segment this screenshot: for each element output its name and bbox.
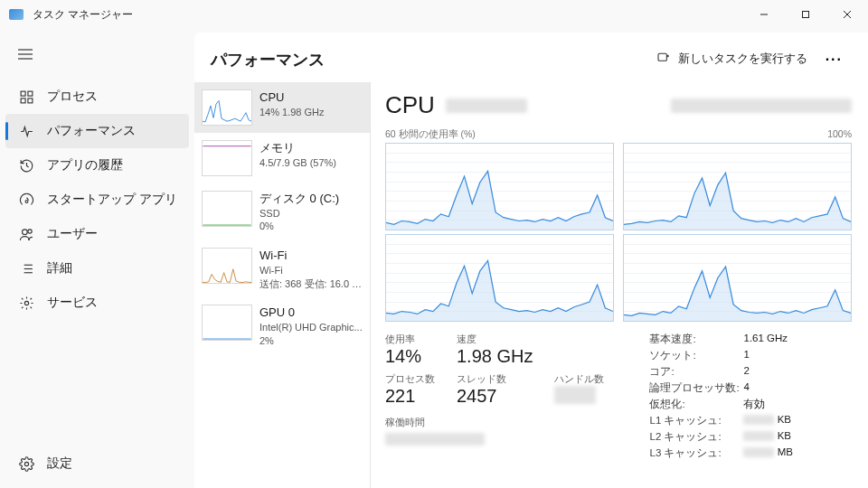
list-icon [18, 260, 34, 277]
stat-label: ハンドル数 [554, 372, 604, 386]
svg-rect-22 [658, 53, 666, 61]
app-icon [9, 9, 24, 20]
sidebar-item-users[interactable]: ユーザー [5, 217, 189, 251]
resource-name: GPU 0 [259, 305, 363, 321]
stat-スレッド数: スレッド数2457 [457, 372, 533, 407]
svg-point-12 [22, 229, 27, 234]
stat-value: 221 [385, 386, 435, 407]
cpu-model-redacted [446, 99, 527, 113]
sidebar-item-label: スタートアップ アプリ [47, 192, 177, 208]
spec-redacted [743, 447, 774, 457]
stat-使用率: 使用率14% [385, 333, 435, 367]
page-header: パフォーマンス 新しいタスクを実行する ··· [194, 33, 868, 82]
sidebar-item-label: 設定 [47, 455, 72, 472]
minimize-button[interactable] [743, 0, 785, 29]
run-task-icon [656, 51, 671, 68]
spec-key: ソケット: [649, 349, 740, 362]
resource-item--0-c-[interactable]: ディスク 0 (C:)SSD0% [194, 183, 370, 240]
spec-value: 1 [743, 349, 792, 362]
sidebar-item-label: 詳細 [47, 260, 72, 277]
svg-point-20 [24, 301, 28, 305]
spec-value: KB [743, 414, 792, 427]
core-chart-1 [623, 143, 852, 230]
resource-thumb [202, 89, 252, 126]
resource-item-gpu-0[interactable]: GPU 0Intel(R) UHD Graphic...2% [194, 297, 370, 354]
resource-item--[interactable]: メモリ4.5/7.9 GB (57%) [194, 133, 370, 183]
detail-pane: CPU 60 秒間の使用率 (%) 100% 使用率14%速度1.98 GHzプ… [371, 82, 868, 488]
sidebar-item-gear[interactable]: サービス [5, 286, 189, 320]
sidebar-item-pulse[interactable]: パフォーマンス [5, 114, 189, 148]
resource-item-cpu[interactable]: CPU14% 1.98 GHz [194, 82, 370, 133]
core-chart-2 [385, 234, 614, 322]
resource-list: CPU14% 1.98 GHzメモリ4.5/7.9 GB (57%)ディスク 0… [194, 82, 371, 488]
resource-sub: 2% [259, 334, 363, 348]
stat-ハンドル数: ハンドル数 [554, 372, 604, 407]
history-icon [18, 157, 34, 174]
uptime-value-redacted [385, 433, 485, 446]
chart-scale-left: 60 秒間の使用率 (%) [385, 128, 476, 141]
resource-name: Wi-Fi [259, 248, 363, 264]
sidebar-item-settings[interactable]: 設定 [5, 446, 189, 481]
more-button[interactable]: ··· [816, 46, 852, 73]
sidebar-item-list[interactable]: 詳細 [5, 251, 189, 286]
spec-key: 基本速度: [649, 333, 740, 346]
resource-thumb [202, 191, 252, 227]
sidebar-item-label: アプリの履歴 [47, 157, 123, 174]
sidebar-item-grid[interactable]: プロセス [5, 80, 189, 114]
spec-value: 有効 [743, 398, 792, 411]
sidebar-item-label: サービス [47, 295, 98, 311]
svg-rect-1 [803, 12, 809, 18]
spec-key: L3 キャッシュ: [649, 446, 740, 460]
resource-sub: Wi-Fi [259, 264, 363, 277]
core-chart-3 [623, 234, 852, 322]
maximize-button[interactable] [785, 0, 826, 29]
stat-速度: 速度1.98 GHz [457, 333, 533, 367]
resource-sub: 送信: 368 受信: 16.0 Kbps [259, 277, 363, 291]
content: パフォーマンス 新しいタスクを実行する ··· CPU14% 1.98 GHzメ… [194, 33, 868, 488]
cpu-model-redacted-2 [671, 99, 852, 113]
resource-sub: Intel(R) UHD Graphic... [259, 321, 363, 334]
resource-sub: 4.5/7.9 GB (57%) [259, 156, 336, 170]
sidebar: プロセスパフォーマンスアプリの履歴スタートアップ アプリユーザー詳細サービス 設… [0, 29, 194, 488]
speed-icon [18, 192, 34, 208]
sidebar-item-history[interactable]: アプリの履歴 [5, 148, 189, 183]
page-title: パフォーマンス [211, 49, 647, 70]
grid-icon [18, 89, 34, 105]
close-button[interactable] [826, 0, 868, 29]
stat-label: 速度 [457, 333, 533, 346]
stat-label: 使用率 [385, 333, 435, 346]
stat-value: 14% [385, 346, 435, 367]
stat-value-redacted [554, 386, 596, 404]
svg-rect-8 [27, 91, 32, 96]
spec-value: 4 [743, 381, 792, 395]
resource-thumb [202, 140, 252, 176]
core-chart-0 [385, 143, 614, 230]
svg-point-13 [27, 229, 31, 232]
spec-value: MB [743, 446, 792, 460]
spec-value: 2 [743, 365, 792, 379]
chart-scale-right: 100% [827, 128, 852, 141]
resource-thumb [202, 248, 252, 284]
svg-point-21 [24, 462, 28, 465]
titlebar: タスク マネージャー [0, 0, 868, 29]
uptime-label: 稼働時間 [385, 416, 604, 429]
stat-value: 2457 [457, 386, 533, 407]
spec-redacted [743, 415, 774, 425]
resource-sub: 14% 1.98 GHz [259, 106, 325, 119]
spec-redacted [743, 431, 774, 441]
sidebar-item-label: プロセス [47, 89, 98, 105]
resource-name: ディスク 0 (C:) [259, 191, 339, 207]
spec-key: L1 キャッシュ: [649, 414, 740, 427]
run-new-task-button[interactable]: 新しいタスクを実行する [647, 45, 816, 73]
app-title: タスク マネージャー [33, 7, 743, 23]
detail-title: CPU [385, 91, 435, 119]
gear-icon [18, 455, 34, 472]
sidebar-item-speed[interactable]: スタートアップ アプリ [5, 183, 189, 217]
resource-item-wi-fi[interactable]: Wi-FiWi-Fi送信: 368 受信: 16.0 Kbps [194, 240, 370, 297]
resource-thumb [202, 305, 252, 341]
hamburger-button[interactable] [7, 38, 43, 70]
spec-value: 1.61 GHz [743, 333, 792, 346]
gear-icon [18, 295, 34, 311]
stat-label: プロセス数 [385, 372, 435, 386]
svg-rect-7 [21, 91, 25, 96]
